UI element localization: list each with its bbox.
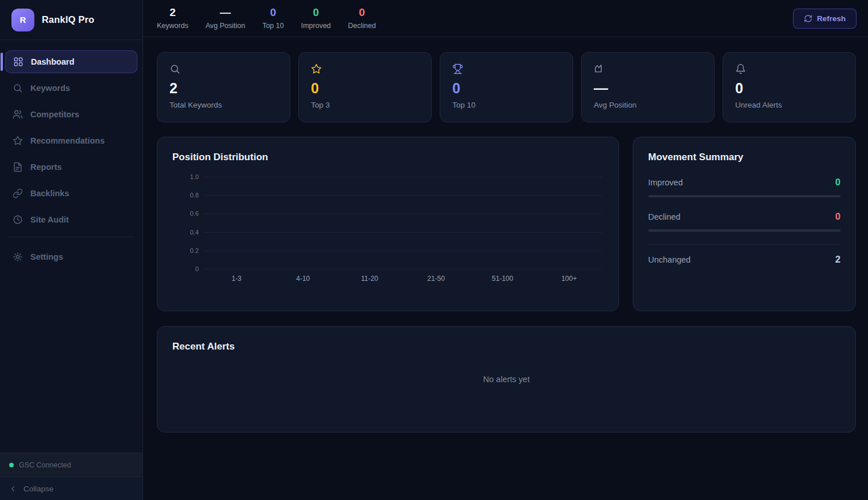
logo-letter: R	[20, 15, 26, 25]
bell-icon	[735, 64, 843, 74]
chart-x-tick: 4-10	[270, 275, 336, 283]
sidebar-item-label: Dashboard	[31, 57, 74, 66]
refresh-icon	[804, 14, 812, 23]
search-icon	[13, 83, 23, 93]
gsc-connection-status: GSC Connected	[0, 453, 143, 477]
stat-card-label: Total Keywords	[169, 101, 278, 109]
position-distribution-chart: 1.00.80.60.40.20 1-34-1011-2021-5051-100…	[172, 177, 603, 283]
header-stat-top-10: 0 Top 10	[262, 7, 284, 30]
recent-alerts-panel: Recent Alerts No alerts yet	[157, 326, 856, 432]
sun-icon	[13, 252, 23, 262]
header-stat-label: Declined	[348, 22, 376, 30]
sidebar-item-dashboard[interactable]: Dashboard	[5, 50, 137, 73]
search-icon	[169, 64, 278, 74]
stat-card-label: Top 3	[311, 101, 419, 109]
refresh-button[interactable]: Refresh	[793, 9, 857, 29]
grid-icon	[13, 57, 23, 67]
stat-card-value: 0	[735, 81, 843, 96]
sidebar-item-label: Reports	[30, 162, 62, 172]
header-stat-label: Top 10	[262, 22, 284, 30]
movement-progress-track	[648, 229, 841, 232]
chart-y-tick: 1.0	[176, 173, 199, 180]
sidebar-item-keywords[interactable]: Keywords	[5, 77, 137, 100]
sidebar-item-backlinks[interactable]: Backlinks	[5, 182, 137, 205]
sidebar-item-recommendations[interactable]: Recommendations	[5, 129, 137, 152]
logo-row: R RankIQ Pro	[0, 0, 143, 40]
star-icon	[311, 64, 419, 74]
users-icon	[13, 109, 23, 120]
chart-gridline	[203, 269, 602, 269]
chevron-left-icon	[9, 485, 17, 493]
header-stat-value: 0	[301, 7, 331, 19]
sidebar-item-label: Settings	[30, 252, 63, 261]
movement-summary-title: Movement Summary	[648, 152, 841, 163]
stat-card-label: Unread Alerts	[735, 101, 843, 109]
chart-y-tick: 0.4	[176, 229, 199, 236]
header-stat-value: —	[206, 7, 245, 19]
alerts-empty-state: No alerts yet	[172, 352, 841, 384]
chart-bar-slot	[403, 177, 469, 269]
stat-card-value: —	[594, 81, 702, 96]
header-stat-avg-position: — Avg Position	[206, 7, 245, 30]
header-stat-label: Avg Position	[206, 22, 245, 30]
stat-card-value: 0	[311, 81, 419, 96]
stat-card-total-keywords: 2 Total Keywords	[157, 52, 290, 122]
recent-alerts-title: Recent Alerts	[172, 341, 841, 352]
movement-row-value: 0	[835, 211, 841, 222]
sidebar-nav: Dashboard Keywords Competitors Recommend…	[0, 40, 143, 268]
top-header: 2 Keywords — Avg Position 0 Top 10 0 Imp…	[143, 0, 868, 37]
sidebar-item-reports[interactable]: Reports	[5, 156, 137, 178]
chart-y-tick: 0.6	[176, 210, 199, 217]
chart-x-axis-labels: 1-34-1011-2021-5051-100100+	[203, 275, 602, 283]
sidebar-item-label: Recommendations	[30, 136, 105, 145]
movement-row-value: 0	[835, 177, 841, 188]
stat-card-avg-position: — Avg Position	[581, 52, 715, 122]
trophy-icon	[452, 64, 561, 74]
gsc-status-label: GSC Connected	[19, 461, 71, 469]
chart-bar-slot	[203, 177, 270, 269]
movement-row-improved: Improved 0	[648, 177, 841, 197]
area-chart-icon	[594, 64, 702, 74]
movement-row-label: Improved	[648, 178, 682, 187]
header-stats: 2 Keywords — Avg Position 0 Top 10 0 Imp…	[157, 7, 376, 30]
chart-x-tick: 51-100	[469, 275, 536, 283]
header-stat-value: 0	[262, 7, 284, 19]
stat-card-value: 2	[169, 81, 278, 96]
header-stat-keywords: 2 Keywords	[157, 7, 188, 30]
sidebar: R RankIQ Pro Dashboard Keywords Competit…	[0, 0, 143, 500]
sidebar-item-label: Keywords	[30, 84, 70, 93]
collapse-label: Collapse	[23, 485, 54, 493]
movement-progress-track	[648, 195, 841, 197]
chart-bar-slot	[336, 177, 403, 269]
stat-card-value: 0	[452, 81, 561, 96]
chart-x-tick: 100+	[536, 275, 602, 283]
chart-bar-slot	[270, 177, 336, 269]
nav-section-divider	[9, 237, 134, 237]
collapse-button[interactable]: Collapse	[0, 477, 143, 500]
sidebar-item-site-audit[interactable]: Site Audit	[5, 208, 137, 231]
header-stat-value: 0	[348, 7, 376, 19]
header-stat-declined: 0 Declined	[348, 7, 376, 30]
clock-icon	[13, 215, 23, 225]
app-title: RankIQ Pro	[42, 14, 94, 25]
stat-card-label: Top 10	[452, 101, 561, 109]
star-icon	[13, 136, 23, 146]
main-content: 2 Total Keywords 0 Top 3 0 Top 10 — Avg …	[143, 37, 868, 500]
position-distribution-panel: Position Distribution 1.00.80.60.40.20 1…	[157, 137, 619, 311]
chart-x-tick: 11-20	[336, 275, 403, 283]
header-stat-improved: 0 Improved	[301, 7, 331, 30]
movement-row-label: Unchanged	[648, 255, 691, 264]
refresh-label: Refresh	[817, 14, 846, 23]
header-stat-value: 2	[157, 7, 188, 19]
chart-y-tick: 0.8	[176, 192, 199, 199]
chart-bar-slot	[469, 177, 536, 269]
chart-bars-layer	[203, 177, 602, 269]
sidebar-item-competitors[interactable]: Competitors	[5, 103, 137, 126]
link-icon	[13, 188, 23, 199]
file-text-icon	[13, 162, 23, 172]
movement-row-unchanged: Unchanged 2	[648, 254, 841, 265]
sidebar-footer: GSC Connected Collapse	[0, 453, 143, 500]
chart-x-tick: 21-50	[403, 275, 469, 283]
app-logo: R	[11, 9, 34, 31]
sidebar-item-settings[interactable]: Settings	[5, 245, 137, 268]
